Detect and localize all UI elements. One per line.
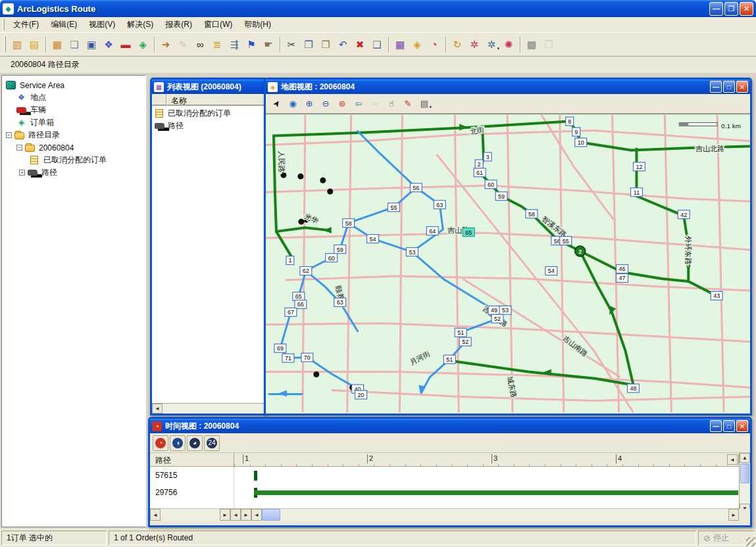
tree-item-service-area[interactable]: Service Area (2, 79, 145, 91)
stop-marker[interactable]: 52 (491, 314, 503, 323)
map-maximize-button[interactable]: □ (723, 81, 735, 93)
delete-button[interactable]: ✖ (351, 36, 368, 53)
paste-button[interactable]: ❒ (317, 36, 334, 53)
import-button[interactable]: ➜ (157, 36, 174, 53)
stop-marker[interactable]: 63 (334, 298, 346, 306)
stop-marker[interactable]: 54 (367, 235, 379, 243)
clock-24h-button[interactable]: 24 (204, 435, 220, 451)
stop-marker[interactable]: 48 (628, 384, 640, 392)
vehicles-button[interactable]: ▬ (117, 36, 134, 53)
map-view-button[interactable]: ◈ (409, 36, 426, 53)
title-bar[interactable]: ◆ ArcLogistics Route — ❐ ✕ (0, 0, 756, 17)
new-button[interactable]: ▥ (9, 36, 26, 53)
properties-button[interactable]: ☛ (260, 36, 277, 53)
scroll-right-button[interactable]: ► (220, 509, 230, 521)
stop-marker[interactable]: 8 (566, 117, 574, 126)
duplicate-button[interactable]: ❑ (368, 36, 386, 53)
stop-marker[interactable]: 10 (575, 138, 587, 147)
menu-solve[interactable]: 解决(S) (121, 17, 159, 32)
resequence-button[interactable]: ✺ (500, 36, 517, 53)
form-button[interactable]: ❒ (540, 36, 557, 53)
stop-marker[interactable]: 62 (300, 266, 312, 275)
zoom-out-tool-button[interactable]: ⊖ (318, 96, 334, 112)
route-time-bar[interactable] (254, 490, 738, 495)
time-close-button[interactable]: ✕ (736, 420, 748, 432)
restore-button[interactable]: ❐ (724, 2, 738, 16)
scroll-right-button-2[interactable]: ► (728, 509, 739, 521)
horizontal-scroll-thumb[interactable] (262, 509, 280, 521)
stop-marker[interactable]: 61 (474, 168, 486, 177)
stop-marker[interactable]: 58 (526, 210, 538, 218)
route-column-header[interactable]: 路径 (155, 455, 171, 466)
stop-marker[interactable]: 55 (560, 237, 572, 245)
stop-marker[interactable]: 53 (406, 248, 418, 256)
lock-button[interactable]: ▩ (523, 36, 540, 53)
empty-column-header[interactable] (152, 94, 166, 105)
ruler-scroll-left[interactable]: ◄ (727, 454, 738, 465)
stop-marker[interactable]: 52 (459, 337, 471, 346)
pane-scroll-left[interactable]: ◄ (230, 509, 241, 521)
open-button[interactable]: ▤ (26, 36, 43, 53)
time-row[interactable]: 57615 (150, 467, 750, 484)
tree-item-route-folder[interactable]: − 路径目录 (2, 129, 145, 141)
stop-marker[interactable]: 54 (545, 266, 557, 275)
edit-button[interactable]: ✎ (174, 36, 191, 53)
stop-marker[interactable]: 63 (434, 201, 445, 209)
stop-marker[interactable]: 53 (499, 306, 511, 314)
stop-marker[interactable]: 51 (443, 355, 455, 364)
map-close-button[interactable]: ✕ (736, 81, 748, 93)
menu-window[interactable]: 窗口(W) (198, 17, 238, 32)
scroll-left-button[interactable]: ◄ (150, 509, 161, 521)
draw-tool-button[interactable]: ✎ (400, 96, 416, 112)
stop-marker[interactable]: 12 (633, 162, 645, 171)
tree-item-unassigned-orders[interactable]: 已取消分配的订单 (2, 154, 145, 166)
forward-extent-tool-button[interactable]: ⇨ (367, 96, 383, 112)
time-view-button[interactable]: ◔ (426, 36, 443, 53)
stop-marker[interactable]: 58 (343, 219, 355, 227)
close-button[interactable]: ✕ (740, 2, 753, 16)
stop-marker[interactable]: 2 (575, 246, 586, 256)
list-item-unassigned-orders[interactable]: 已取消分配的订单 (152, 107, 265, 120)
stop-marker[interactable]: 3 (484, 153, 491, 161)
stop-marker[interactable]: 42 (678, 210, 690, 219)
stop-marker[interactable]: 46 (617, 264, 628, 273)
refresh-button[interactable]: ↻ (449, 36, 466, 53)
pan-tool-button[interactable]: ☝ (384, 96, 399, 112)
tree-item-vehicles[interactable]: 车辆 (2, 104, 145, 116)
list-horizontal-scrollbar[interactable]: ◄ (152, 403, 265, 414)
stop-marker[interactable]: 66 (295, 300, 307, 308)
stop-marker[interactable]: 2 (475, 160, 483, 168)
tree-item-locations[interactable]: ❖ 地点 (2, 91, 145, 104)
time-row[interactable]: 29756 (150, 484, 750, 501)
scroll-left-button-2[interactable]: ◄ (251, 509, 262, 521)
copy-button[interactable]: ❐ (300, 36, 317, 53)
new-folder-button[interactable]: ▦ (49, 36, 66, 53)
scroll-up-button[interactable]: ▲ (740, 453, 750, 463)
menu-help[interactable]: 帮助(H) (238, 17, 277, 32)
find-button[interactable]: ∞ (191, 36, 209, 53)
stop-marker[interactable]: 67 (285, 308, 297, 316)
menu-grip[interactable] (3, 19, 5, 30)
minimize-button[interactable]: — (709, 2, 723, 16)
folders-button[interactable]: ❏ (66, 36, 83, 53)
pane-scroll-right[interactable]: ► (241, 509, 251, 521)
map-canvas[interactable]: 人民路北街吉山北路外环东路智溪东路吉山路光华颐养街吉山二路吉山南路城东路月河街 … (266, 114, 750, 413)
print-tool-button[interactable]: ▤▾ (416, 96, 432, 112)
scroll-left-button[interactable]: ◄ (152, 404, 163, 414)
select-tool-button[interactable]: ➤ (268, 96, 284, 112)
flag-button[interactable]: ⚑ (243, 36, 260, 53)
report-button[interactable]: ≣ (209, 36, 226, 53)
time-vertical-scrollbar[interactable]: ▲ ▼ (739, 453, 750, 513)
stop-marker[interactable]: 51 (455, 328, 466, 337)
zoom-select-tool-button[interactable]: ⊛ (334, 96, 350, 112)
stop-marker[interactable]: 56 (410, 183, 422, 192)
clock-4h-button[interactable]: ◕ (187, 435, 203, 451)
tree-item-routes[interactable]: + 路径 (2, 166, 145, 179)
map-minimize-button[interactable]: — (710, 81, 722, 93)
time-view-titlebar[interactable]: ◔ 时间视图 : 20060804 — □ ✕ (150, 419, 750, 433)
name-column-header[interactable]: 名称 (166, 94, 265, 105)
stop-marker[interactable]: 60 (326, 254, 338, 262)
stop-marker[interactable]: 65 (463, 228, 474, 237)
tree-item-20060804[interactable]: − 20060804 (2, 141, 145, 154)
stop-marker[interactable]: 49 (488, 306, 500, 314)
